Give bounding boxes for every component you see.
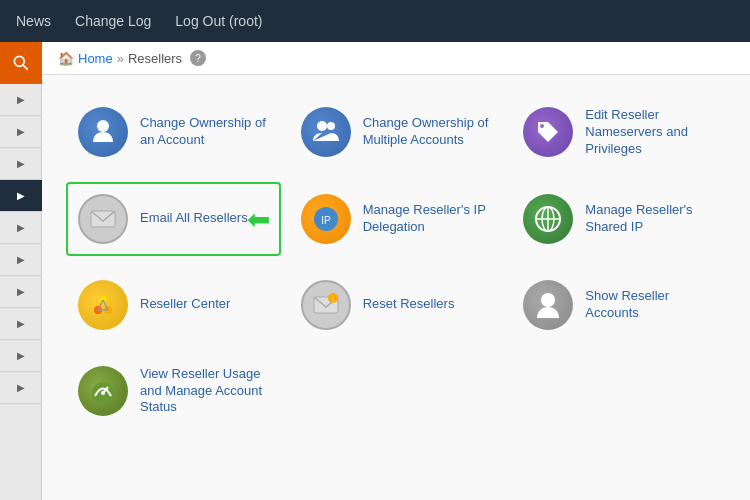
- manage-ip-delegation-label: Manage Reseller's IP Delegation: [363, 202, 492, 236]
- home-icon: 🏠: [58, 51, 74, 66]
- grid-item-reseller-center[interactable]: Reseller Center: [66, 268, 281, 342]
- show-reseller-accounts-label: Show Reseller Accounts: [585, 288, 714, 322]
- reseller-center-label: Reseller Center: [140, 296, 230, 313]
- view-reseller-usage-icon: [78, 366, 128, 416]
- sidebar-arrow-10[interactable]: ▶: [0, 372, 42, 404]
- svg-point-22: [541, 293, 555, 307]
- dots-icon: [88, 290, 118, 320]
- sidebar-arrow-6[interactable]: ▶: [0, 244, 42, 276]
- main-layout: ▶ ▶ ▶ ▶ ▶ ▶ ▶ ▶ ▶ ▶ 🏠 Home » Resellers ?: [0, 42, 750, 500]
- show-reseller-accounts-icon: [523, 280, 573, 330]
- grid-item-manage-shared-ip[interactable]: Manage Reseller's Shared IP: [511, 182, 726, 256]
- sidebar: ▶ ▶ ▶ ▶ ▶ ▶ ▶ ▶ ▶ ▶: [0, 42, 42, 500]
- ip-tag-icon: IP: [311, 204, 341, 234]
- person-icon: [88, 117, 118, 147]
- top-nav: News Change Log Log Out (root): [0, 0, 750, 42]
- grid-item-edit-reseller-nameservers[interactable]: Edit Reseller Nameservers and Privileges: [511, 95, 726, 170]
- nav-logout[interactable]: Log Out (root): [175, 13, 262, 29]
- svg-point-4: [327, 122, 335, 130]
- svg-text:IP: IP: [321, 215, 331, 226]
- email-all-resellers-label: Email All Resellers: [140, 210, 248, 227]
- nav-news[interactable]: News: [16, 13, 51, 29]
- nav-changelog[interactable]: Change Log: [75, 13, 151, 29]
- manage-shared-ip-label: Manage Reseller's Shared IP: [585, 202, 714, 236]
- svg-point-3: [317, 121, 327, 131]
- reseller-center-icon: [78, 280, 128, 330]
- change-ownership-multiple-label: Change Ownership of Multiple Accounts: [363, 115, 492, 149]
- svg-point-0: [14, 56, 24, 66]
- email-all-resellers-icon: [78, 194, 128, 244]
- grid-item-view-reseller-usage[interactable]: View Reseller Usage and Manage Account S…: [66, 354, 281, 429]
- edit-reseller-nameservers-label: Edit Reseller Nameservers and Privileges: [585, 107, 714, 158]
- gauge-icon: [88, 376, 118, 406]
- sidebar-arrow-7[interactable]: ▶: [0, 276, 42, 308]
- change-ownership-account-icon: [78, 107, 128, 157]
- breadcrumb: 🏠 Home » Resellers ?: [42, 42, 750, 75]
- svg-point-5: [540, 124, 544, 128]
- sidebar-arrow-8[interactable]: ▶: [0, 308, 42, 340]
- reset-resellers-label: Reset Resellers: [363, 296, 455, 313]
- globe-icon: [533, 204, 563, 234]
- arrow-indicator: ⬅: [247, 202, 270, 235]
- reset-resellers-icon: !: [301, 280, 351, 330]
- grid-item-manage-ip-delegation[interactable]: ⬅ IP Manage Reseller's IP Delegation: [289, 182, 504, 256]
- breadcrumb-home[interactable]: Home: [78, 51, 113, 66]
- sidebar-arrow-4[interactable]: ▶: [0, 180, 42, 212]
- items-grid: Change Ownership of an Account Change Ow…: [42, 75, 750, 448]
- svg-text:!: !: [332, 296, 334, 303]
- sidebar-arrow-5[interactable]: ▶: [0, 212, 42, 244]
- envelope-icon: [88, 204, 118, 234]
- search-icon: [11, 53, 31, 73]
- grid-item-change-ownership-account[interactable]: Change Ownership of an Account: [66, 95, 281, 170]
- grid-item-change-ownership-multiple[interactable]: Change Ownership of Multiple Accounts: [289, 95, 504, 170]
- envelope2-icon: !: [311, 290, 341, 320]
- search-button[interactable]: [0, 42, 42, 84]
- sidebar-arrow-9[interactable]: ▶: [0, 340, 42, 372]
- silhouette-icon: [533, 290, 563, 320]
- manage-ip-delegation-icon: IP: [301, 194, 351, 244]
- manage-shared-ip-icon: [523, 194, 573, 244]
- tag-icon: [533, 117, 563, 147]
- svg-point-25: [101, 391, 105, 395]
- breadcrumb-separator: »: [117, 51, 124, 66]
- edit-reseller-nameservers-icon: [523, 107, 573, 157]
- svg-line-1: [23, 65, 28, 70]
- main-content: 🏠 Home » Resellers ? Change Ownership of…: [42, 42, 750, 500]
- sidebar-arrow-1[interactable]: ▶: [0, 84, 42, 116]
- breadcrumb-current: Resellers: [128, 51, 182, 66]
- grid-item-show-reseller-accounts[interactable]: Show Reseller Accounts: [511, 268, 726, 342]
- view-reseller-usage-label: View Reseller Usage and Manage Account S…: [140, 366, 269, 417]
- change-ownership-account-label: Change Ownership of an Account: [140, 115, 269, 149]
- change-ownership-multiple-icon: [301, 107, 351, 157]
- sidebar-arrow-2[interactable]: ▶: [0, 116, 42, 148]
- help-button[interactable]: ?: [190, 50, 206, 66]
- sidebar-arrow-3[interactable]: ▶: [0, 148, 42, 180]
- grid-item-reset-resellers[interactable]: ! Reset Resellers: [289, 268, 504, 342]
- svg-point-2: [97, 120, 109, 132]
- multi-person-icon: [311, 117, 341, 147]
